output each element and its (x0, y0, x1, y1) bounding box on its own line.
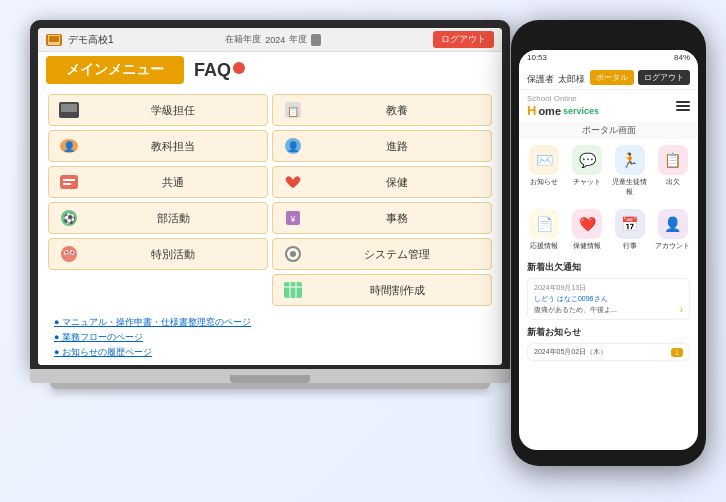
svg-rect-11 (63, 179, 75, 181)
phone-portal-button[interactable]: ポータル (590, 70, 634, 85)
link-workflow[interactable]: 業務フローのページ (54, 331, 486, 344)
phone-icon-grid-row1: ✉️ お知らせ 💬 チャット 🏃 児童生徒情報 📋 出欠 (519, 139, 698, 203)
phone-brand: School Online H ome services (519, 90, 698, 122)
svg-text:🎌: 🎌 (63, 248, 76, 261)
phone-icon-chat[interactable]: 💬 チャット (568, 145, 607, 197)
notice-label: お知らせ (530, 177, 558, 187)
class-icon (57, 100, 81, 120)
dept-icon: 👤 (57, 136, 81, 156)
brand-home-rest: ome (538, 105, 561, 117)
news-badge: 1 (671, 348, 683, 357)
phone-notch (579, 32, 639, 46)
absence-section-title: 新着出欠通知 (519, 257, 698, 276)
school-name: デモ高校1 (68, 33, 114, 47)
menu-item-special[interactable]: 🎌 特別活動 (48, 238, 268, 270)
year-selector: 在籍年度 2024 年度 (225, 33, 321, 46)
phone-icon-notice[interactable]: ✉️ お知らせ (525, 145, 564, 197)
subject-ed-icon: 📋 (281, 100, 305, 120)
svg-point-20 (290, 251, 296, 257)
laptop-icon (46, 34, 62, 46)
absence-arrow[interactable]: › (680, 304, 683, 315)
phone-logout-button[interactable]: ログアウト (638, 70, 690, 85)
phone-icon-attendance[interactable]: 📋 出欠 (653, 145, 692, 197)
menu-item-timetable[interactable]: 時間割作成 (272, 274, 492, 306)
event-icon: 📅 (615, 209, 645, 239)
student-icon: 🏃 (615, 145, 645, 175)
phone-icon-event[interactable]: 📅 行事 (611, 209, 650, 251)
hamburger-menu[interactable] (676, 101, 690, 111)
menu-item-dept[interactable]: 👤 教科担当 (48, 130, 268, 162)
menu-label-class: 学級担任 (87, 103, 259, 118)
menu-item-club[interactable]: ⚽ 部活動 (48, 202, 268, 234)
faq-circle (233, 62, 245, 74)
menu-grid: 学級担任 📋 教養 👤 教科担当 👤 (38, 88, 502, 312)
chat-icon: 💬 (572, 145, 602, 175)
laptop-foot (50, 383, 490, 389)
menu-label-club: 部活動 (87, 211, 259, 226)
logout-button[interactable]: ログアウト (433, 31, 494, 48)
absence-date: 2024年09月13日 (534, 283, 683, 293)
phone-body: 10:53 84% 保護者 太郎様 ポータル ログアウト School Onli (511, 20, 706, 466)
phone-battery: 84% (674, 53, 690, 62)
phone-time: 10:53 (527, 53, 547, 62)
absence-card: 2024年09月13日 しどう はなこ0096さん 腹痛があるため、午後よ...… (527, 278, 690, 320)
menu-item-health[interactable]: 保健 (272, 166, 492, 198)
apply-icon: 📄 (529, 209, 559, 239)
svg-rect-3 (61, 104, 77, 112)
account-label: アカウント (655, 241, 690, 251)
laptop-titlebar: デモ高校1 在籍年度 2024 年度 ログアウト (38, 28, 502, 52)
menu-label-guidance: 進路 (311, 139, 483, 154)
system-icon (281, 244, 305, 264)
portal-screen-title: ポータル画面 (519, 122, 698, 139)
guidance-icon: 👤 (281, 136, 305, 156)
account-icon: 👤 (658, 209, 688, 239)
phone-user-info: 保護者 太郎様 (527, 68, 585, 86)
laptop: デモ高校1 在籍年度 2024 年度 ログアウト メインメニュー FAQ (30, 20, 510, 389)
brand-home-text: School Online H ome services (527, 94, 599, 118)
student-label: 児童生徒情報 (611, 177, 650, 197)
attendance-label: 出欠 (666, 177, 680, 187)
link-history[interactable]: お知らせの履歴ページ (54, 346, 486, 359)
svg-text:👤: 👤 (287, 140, 300, 153)
faq-title: FAQ (194, 60, 245, 81)
apply-label: 応援情報 (530, 241, 558, 251)
news-date: 2024年05月02日（木） (534, 347, 607, 357)
lock-icon (311, 34, 321, 46)
phone-icon-student[interactable]: 🏃 児童生徒情報 (611, 145, 650, 197)
laptop-screen: デモ高校1 在籍年度 2024 年度 ログアウト メインメニュー FAQ (38, 28, 502, 365)
timetable-icon (281, 280, 305, 300)
club-icon: ⚽ (57, 208, 81, 228)
phone-icon-health[interactable]: ❤️ 保健情報 (568, 209, 607, 251)
common-icon (57, 172, 81, 192)
menu-item-class[interactable]: 学級担任 (48, 94, 268, 126)
hamburger-line1 (676, 101, 690, 103)
special-icon: 🎌 (57, 244, 81, 264)
menu-links: マニュアル・操作申書・仕様書整理窓のページ 業務フローのページ お知らせの履歴ペ… (38, 312, 502, 365)
svg-text:📋: 📋 (287, 105, 300, 118)
phone-header-buttons: ポータル ログアウト (590, 70, 690, 85)
phone-user-name: 太郎様 (558, 74, 585, 84)
affairs-icon: ¥ (281, 208, 305, 228)
menu-label-subject-ed: 教養 (311, 103, 483, 118)
event-label: 行事 (623, 241, 637, 251)
absence-text: 腹痛があるため、午後よ... (534, 305, 617, 315)
phone-icon-apply[interactable]: 📄 応援情報 (525, 209, 564, 251)
svg-text:¥: ¥ (289, 214, 296, 224)
menu-item-affairs[interactable]: ¥ 事務 (272, 202, 492, 234)
menu-item-system[interactable]: システム管理 (272, 238, 492, 270)
phone-icon-account[interactable]: 👤 アカウント (653, 209, 692, 251)
hamburger-line2 (676, 105, 690, 107)
hamburger-line3 (676, 109, 690, 111)
menu-label-affairs: 事務 (311, 211, 483, 226)
menu-label-health: 保健 (311, 175, 483, 190)
menu-item-guidance[interactable]: 👤 進路 (272, 130, 492, 162)
notice-icon: ✉️ (529, 145, 559, 175)
menu-label-dept: 教科担当 (87, 139, 259, 154)
link-manual[interactable]: マニュアル・操作申書・仕様書整理窓のページ (54, 316, 486, 329)
menu-label-common: 共通 (87, 175, 259, 190)
menu-item-subject-ed[interactable]: 📋 教養 (272, 94, 492, 126)
menu-item-common[interactable]: 共通 (48, 166, 268, 198)
phone: 10:53 84% 保護者 太郎様 ポータル ログアウト School Onli (511, 20, 706, 466)
menu-label-system: システム管理 (311, 247, 483, 262)
svg-rect-21 (284, 282, 302, 298)
